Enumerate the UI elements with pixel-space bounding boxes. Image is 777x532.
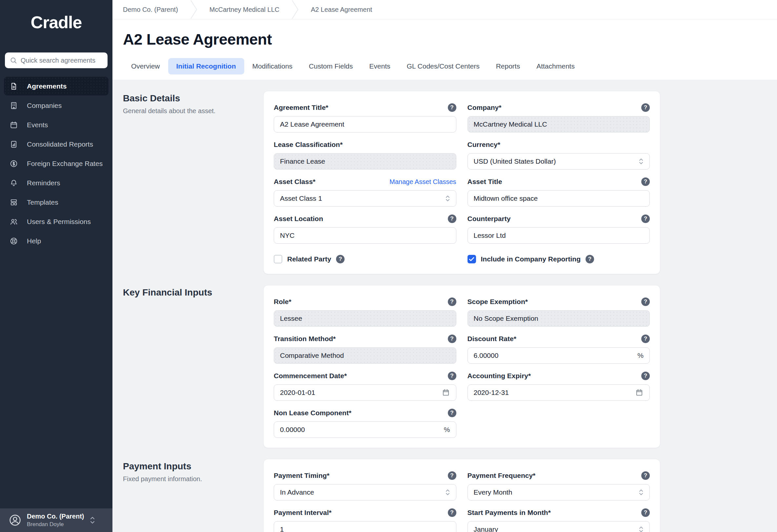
help-icon[interactable]: ? xyxy=(641,298,650,306)
help-icon[interactable]: ? xyxy=(448,215,456,223)
field-counterparty: Counterparty?Lessor Ltd xyxy=(467,215,650,244)
field-label-row: Commencement Date*? xyxy=(274,371,456,380)
field-row: Commencement Date*?2020-01-01Accounting … xyxy=(274,371,650,401)
help-icon[interactable]: ? xyxy=(448,335,456,343)
field-row: Agreement Title*?A2 Lease AgreementCompa… xyxy=(274,103,650,132)
help-icon[interactable]: ? xyxy=(641,215,650,223)
sidebar-item-users-permissions[interactable]: Users & Permissions xyxy=(4,212,109,231)
currency-label: Currency* xyxy=(467,141,500,148)
counterparty-input[interactable]: Lessor Ltd xyxy=(467,227,650,244)
sidebar-item-companies[interactable]: Companies xyxy=(4,96,109,115)
sidebar-item-consolidated-reports[interactable]: Consolidated Reports xyxy=(4,135,109,153)
asset-title-input[interactable]: Midtown office space xyxy=(467,190,650,207)
help-icon[interactable]: ? xyxy=(641,508,650,517)
field-row: Non Lease Component*?0.00000% xyxy=(274,409,650,438)
breadcrumb-item[interactable]: McCartney Medical LLC xyxy=(205,6,284,13)
help-icon[interactable]: ? xyxy=(641,371,650,380)
help-icon[interactable]: ? xyxy=(585,255,594,263)
tab-initial-recognition[interactable]: Initial Recognition xyxy=(168,58,244,75)
manage-asset-classes-link[interactable]: Manage Asset Classes xyxy=(390,178,456,186)
help-icon[interactable]: ? xyxy=(336,255,345,263)
help-icon[interactable]: ? xyxy=(641,335,650,343)
breadcrumb-separator-icon xyxy=(190,0,198,19)
breadcrumb-item[interactable]: A2 Lease Agreement xyxy=(306,6,377,13)
non-lease-component-input[interactable]: 0.00000% xyxy=(274,421,456,438)
payment-interval-label: Payment Interval* xyxy=(274,509,331,517)
section-heading-payment-inputs: Payment InputsFixed payment information. xyxy=(123,459,263,532)
sidebar-item-agreements[interactable]: Agreements xyxy=(4,77,109,95)
payment-interval-input[interactable]: 1 xyxy=(274,521,456,532)
percent-suffix: % xyxy=(637,352,644,359)
currency-select[interactable]: USD (United States Dollar) xyxy=(467,153,650,170)
help-icon[interactable]: ? xyxy=(448,103,456,112)
help-icon[interactable]: ? xyxy=(448,508,456,517)
payment-frequency-select[interactable]: Every Month xyxy=(467,484,650,501)
commencement-date-input[interactable]: 2020-01-01 xyxy=(274,385,456,401)
asset-location-input[interactable]: NYC xyxy=(274,227,456,244)
help-icon[interactable]: ? xyxy=(448,371,456,380)
related-party-checkbox[interactable] xyxy=(274,255,282,263)
start-payments-in-month-select[interactable]: January xyxy=(467,521,650,532)
sidebar-item-templates[interactable]: Templates xyxy=(4,193,109,212)
role-label: Role* xyxy=(274,298,292,306)
accounting-expiry-value: 2020-12-31 xyxy=(474,389,632,397)
field-commencement-date: Commencement Date*?2020-01-01 xyxy=(274,371,456,401)
discount-rate-input[interactable]: 6.00000% xyxy=(467,347,650,364)
field-label-row: Asset Title? xyxy=(467,178,650,186)
tab-reports[interactable]: Reports xyxy=(488,58,529,75)
sidebar-item-events[interactable]: Events xyxy=(4,115,109,134)
calendar-icon[interactable] xyxy=(442,388,450,397)
related-party-label: Related Party xyxy=(287,255,331,263)
sidebar-item-foreign-exchange-rates[interactable]: Foreign Exchange Rates xyxy=(4,154,109,173)
agreement-title-input[interactable]: A2 Lease Agreement xyxy=(274,116,456,132)
include-in-company-reporting-checkbox[interactable] xyxy=(467,255,476,263)
search-box[interactable] xyxy=(5,52,108,68)
sidebar-item-label: Help xyxy=(27,237,41,245)
asset-class-label: Asset Class* xyxy=(274,178,315,186)
accounting-expiry-input[interactable]: 2020-12-31 xyxy=(467,385,650,401)
tab-events[interactable]: Events xyxy=(361,58,398,75)
field-asset-class: Asset Class*Manage Asset ClassesAsset Cl… xyxy=(274,178,456,207)
help-icon[interactable]: ? xyxy=(448,409,456,417)
field-scope-exemption: Scope Exemption*?No Scope Exemption xyxy=(467,298,650,327)
field-company: Company*?McCartney Medical LLC xyxy=(467,103,650,132)
help-icon[interactable]: ? xyxy=(448,471,456,480)
calendar-icon[interactable] xyxy=(635,388,644,397)
lease-classification-label: Lease Classification* xyxy=(274,141,343,148)
tab-gl-codes-cost-centers[interactable]: GL Codes/Cost Centers xyxy=(399,58,488,75)
section-title: Key Financial Inputs xyxy=(123,287,263,298)
help-icon[interactable]: ? xyxy=(641,178,650,186)
section-title: Basic Details xyxy=(123,93,263,104)
chevron-updown-icon xyxy=(445,489,450,496)
asset-class-select[interactable]: Asset Class 1 xyxy=(274,190,456,207)
account-switcher[interactable]: Demo Co. (Parent) Brendan Doyle xyxy=(0,508,112,532)
breadcrumb-item[interactable]: Demo Co. (Parent) xyxy=(123,6,183,13)
search-input[interactable] xyxy=(21,57,103,64)
field-asset-location: Asset Location?NYC xyxy=(274,215,456,244)
non-lease-component-label: Non Lease Component* xyxy=(274,409,351,417)
section-payment-inputs: Payment InputsFixed payment information.… xyxy=(123,459,777,532)
tab-bar: OverviewInitial RecognitionModifications… xyxy=(123,58,777,80)
tab-modifications[interactable]: Modifications xyxy=(244,58,301,75)
help-icon[interactable]: ? xyxy=(448,298,456,306)
sidebar-item-help[interactable]: Help xyxy=(4,232,109,250)
field-related-party: Related Party? xyxy=(274,254,456,264)
section-title: Payment Inputs xyxy=(123,461,263,472)
tab-overview[interactable]: Overview xyxy=(123,58,168,75)
help-icon[interactable]: ? xyxy=(641,471,650,480)
help-icon[interactable]: ? xyxy=(641,103,650,112)
field-label-row: Accounting Expiry*? xyxy=(467,371,650,380)
card-key-financial-inputs: Role*?LesseeScope Exemption*?No Scope Ex… xyxy=(263,285,660,448)
sidebar-item-reminders[interactable]: Reminders xyxy=(4,174,109,192)
transition-method-value: Comparative Method xyxy=(280,352,450,359)
field-currency: Currency*USD (United States Dollar) xyxy=(467,140,650,170)
tab-custom-fields[interactable]: Custom Fields xyxy=(301,58,361,75)
transition-method-input: Comparative Method xyxy=(274,347,456,364)
tab-attachments[interactable]: Attachments xyxy=(528,58,583,75)
payment-timing-select[interactable]: In Advance xyxy=(274,484,456,501)
avatar-icon xyxy=(8,514,22,527)
sidebar-item-label: Consolidated Reports xyxy=(27,140,93,148)
role-value: Lessee xyxy=(280,315,450,322)
asset-title-value: Midtown office space xyxy=(474,195,644,202)
section-key-financial-inputs: Key Financial InputsRole*?LesseeScope Ex… xyxy=(123,285,777,448)
